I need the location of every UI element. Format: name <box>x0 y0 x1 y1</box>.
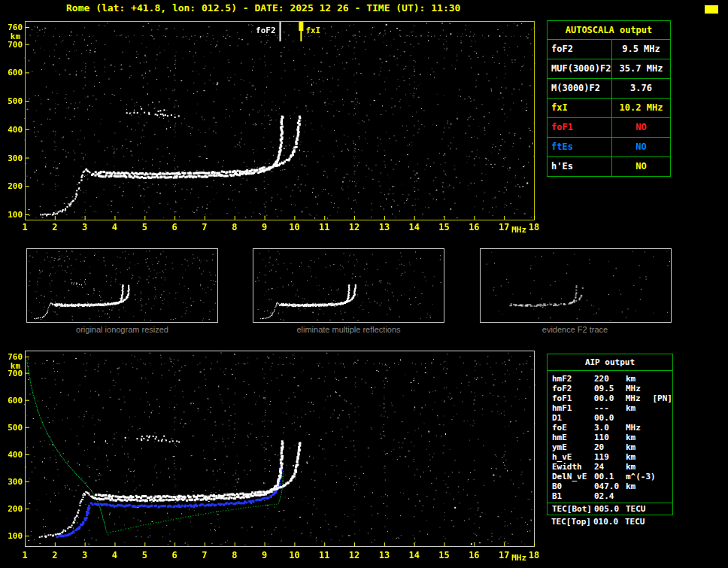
autoscala-param-value: 3.76 <box>612 79 670 98</box>
aip-row-fof1: foF100.0MHz[PN] <box>552 393 672 403</box>
aip-param-value: 00.0 <box>594 413 626 423</box>
aip-param-name: foF2 <box>552 384 594 393</box>
aip-row-b0: B0047.0km <box>552 481 672 491</box>
autoscala-param-name: foF2 <box>548 40 612 59</box>
aip-param-value: 20 <box>594 442 626 452</box>
autoscala-param-value: NO <box>612 157 670 176</box>
tec-bot-row: TEC[Bot]005.0TECU <box>548 503 672 515</box>
aip-param-unit: km <box>626 462 653 472</box>
aip-param-value: 09.5 <box>594 384 626 393</box>
aip-param-unit: MHz <box>626 384 653 393</box>
aip-param-value: --- <box>594 403 626 413</box>
aip-param-unit <box>626 491 653 501</box>
aip-param-unit: MHz <box>626 393 653 403</box>
tec-top-unit: TECU <box>625 516 652 527</box>
aip-param-unit: MHz <box>626 423 653 433</box>
aip-row-b1: B102.4 <box>552 491 672 501</box>
aip-param-unit <box>626 413 653 423</box>
autoscala-param-name: h'Es <box>548 157 612 176</box>
autoscala-param-name: foF1 <box>548 118 612 137</box>
top-ionogram-canvas <box>0 15 543 238</box>
aip-row-hme: hmE110km <box>552 433 672 442</box>
aip-param-unit: km <box>626 452 653 462</box>
aip-param-unit: km <box>626 403 653 413</box>
thumbnail-evidence-f2-trace <box>480 248 672 323</box>
bottom-ionogram-canvas <box>0 345 543 568</box>
aip-param-unit: km <box>626 442 653 452</box>
autoscala-row-muf3000f2: MUF(3000)F235.7 MHz <box>548 59 670 79</box>
aip-param-name: hmF1 <box>552 403 594 413</box>
aip-table-rows: hmF2220kmfoF209.5MHzfoF100.0MHz[PN]hmF1-… <box>548 371 672 503</box>
aip-param-unit: m^(-3) <box>626 472 653 481</box>
thumbnail-original-ionogram <box>26 248 218 323</box>
aip-param-value: 24 <box>594 462 626 472</box>
autoscala-row-m3000f2: M(3000)F23.76 <box>548 79 670 99</box>
autoscala-output-table: AUTOSCALA output foF29.5 MHzMUF(3000)F23… <box>547 20 671 177</box>
aip-param-name: h_vE <box>552 452 594 462</box>
aip-param-name: hmE <box>552 433 594 442</box>
aip-param-name: D1 <box>552 413 594 423</box>
aip-param-name: hmF2 <box>552 374 594 384</box>
autoscala-param-value: 9.5 MHz <box>612 40 670 59</box>
aip-param-name: foE <box>552 423 594 433</box>
corner-marker[interactable] <box>705 5 718 14</box>
thumb2-caption: eliminate multiple reflections <box>253 325 444 334</box>
autoscala-param-name: fxI <box>548 99 612 117</box>
thumbnail-eliminate-reflections <box>253 248 444 323</box>
autoscala-param-value: 10.2 MHz <box>612 99 670 117</box>
aip-row-delnve: DelN_vE00.1m^(-3) <box>552 472 672 481</box>
tec-bot-name: TEC[Bot] <box>552 503 594 515</box>
autoscala-table-rows: foF29.5 MHzMUF(3000)F235.7 MHzM(3000)F23… <box>548 40 670 176</box>
aip-param-value: 119 <box>594 452 626 462</box>
tec-bot-unit: TECU <box>626 503 653 515</box>
aip-param-name: Ewidth <box>552 462 594 472</box>
aip-param-unit: km <box>626 433 653 442</box>
station-title: Rome (lat: +41.8, lon: 012.5) - DATE: 20… <box>66 2 460 14</box>
tec-top-name: TEC[Top] <box>551 516 593 527</box>
aip-row-hmf1: hmF1---km <box>552 403 672 413</box>
autoscala-app-window: Rome (lat: +41.8, lon: 012.5) - DATE: 20… <box>0 0 728 568</box>
autoscala-row-hes: h'EsNO <box>548 157 670 176</box>
aip-row-foe: foE3.0MHz <box>552 423 672 433</box>
aip-param-unit: km <box>626 374 653 384</box>
aip-param-unit: km <box>626 481 653 491</box>
thumb1-caption: original ionogram resized <box>26 325 218 334</box>
aip-param-value: 00.1 <box>594 472 626 481</box>
tec-top-value: 010.0 <box>593 516 625 527</box>
autoscala-param-value: 35.7 MHz <box>612 59 670 78</box>
aip-param-value: 047.0 <box>594 481 626 491</box>
autoscala-row-ftes: ftEsNO <box>548 138 670 157</box>
autoscala-row-fof1: foF1NO <box>548 118 670 138</box>
autoscala-row-fxi: fxI10.2 MHz <box>548 99 670 118</box>
tec-top-row: TEC[Top]010.0TECU <box>547 516 673 527</box>
aip-param-value: 3.0 <box>594 423 626 433</box>
autoscala-param-name: ftEs <box>548 138 612 156</box>
aip-param-value: 00.0 <box>594 393 626 403</box>
aip-param-extra: [PN] <box>653 393 673 403</box>
aip-param-name: DelN_vE <box>552 472 594 481</box>
aip-row-d1: D100.0 <box>552 413 672 423</box>
autoscala-table-header: AUTOSCALA output <box>548 21 670 40</box>
aip-param-name: B0 <box>552 481 594 491</box>
aip-param-name: ymE <box>552 442 594 452</box>
aip-output-panel: AIP output hmF2220kmfoF209.5MHzfoF100.0M… <box>547 354 673 527</box>
aip-param-value: 110 <box>594 433 626 442</box>
aip-table-header: AIP output <box>548 354 672 371</box>
aip-row-fof2: foF209.5MHz <box>552 384 672 393</box>
aip-row-hve: h_vE119km <box>552 452 672 462</box>
aip-row-ewidth: Ewidth24km <box>552 462 672 472</box>
aip-param-name: foF1 <box>552 393 594 403</box>
aip-param-name: B1 <box>552 491 594 501</box>
autoscala-row-fof2: foF29.5 MHz <box>548 40 670 59</box>
thumb3-caption: evidence F2 trace <box>480 325 670 334</box>
aip-row-yme: ymE20km <box>552 442 672 452</box>
aip-param-value: 220 <box>594 374 626 384</box>
aip-param-value: 02.4 <box>594 491 626 501</box>
autoscala-param-value: NO <box>612 138 670 156</box>
aip-row-hmf2: hmF2220km <box>552 374 672 384</box>
autoscala-param-name: MUF(3000)F2 <box>548 59 612 78</box>
autoscala-param-value: NO <box>612 118 670 137</box>
aip-box: AIP output hmF2220kmfoF209.5MHzfoF100.0M… <box>547 354 673 515</box>
autoscala-param-name: M(3000)F2 <box>548 79 612 98</box>
tec-bot-value: 005.0 <box>594 503 626 515</box>
